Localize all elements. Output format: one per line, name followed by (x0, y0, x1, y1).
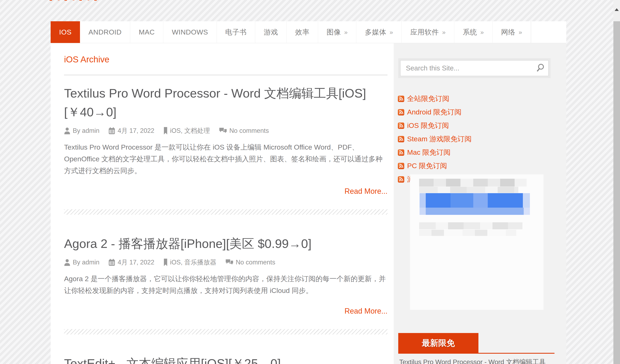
post-meta: By admin 4月 17, 2022 iOS, 音乐播放器 No comme… (64, 258, 388, 267)
rss-link-label: iOS 限免订阅 (407, 121, 449, 130)
post-categories[interactable]: iOS, 文档处理 (163, 126, 210, 135)
nav-tab-label: IOS (59, 28, 72, 36)
nav-tab-network[interactable]: 网络» (493, 21, 531, 43)
post: Textilus Pro Word Processor - Word 文档编辑工… (64, 84, 388, 215)
rss-icon (398, 176, 404, 183)
article-list: iOS Archive Textilus Pro Word Processor … (51, 43, 394, 364)
rss-link-label: Mac 限免订阅 (407, 148, 450, 157)
clipped-site-logo (50, 0, 99, 1)
nav-tab-image[interactable]: 图像» (318, 21, 356, 43)
search-icon (536, 63, 545, 73)
chevron-submenu-icon: » (442, 29, 446, 36)
post-excerpt: Agora 2 是一个播客播放器，它可以让你你轻松地管理你的内容，保持关注你订阅… (64, 273, 388, 296)
rss-link-pc[interactable]: PC 限免订阅 (398, 161, 472, 171)
rss-link-label: Steam 游戏限免订阅 (407, 134, 472, 144)
post-title-link[interactable]: Textilus Pro Word Processor - Word 文档编辑工… (64, 84, 388, 121)
ad-banner[interactable] (410, 174, 543, 310)
post-meta: By admin 4月 17, 2022 iOS, 文档处理 No commen… (64, 126, 388, 135)
post-title-link[interactable]: Agora 2 - 播客播放器[iPhone][美区 $0.99→0] (64, 234, 388, 253)
scroll-up-arrow-icon[interactable] (615, 8, 619, 11)
nav-tab-mac[interactable]: MAC (130, 21, 163, 43)
nav-tab-games[interactable]: 游戏 (255, 21, 287, 43)
nav-tab-ios[interactable]: IOS (51, 21, 80, 43)
ad-pixelated-row (419, 230, 516, 236)
post-title-link[interactable]: TextEdit+ - 文本编辑应用[iOS][￥25→0] (64, 354, 388, 364)
post: TextEdit+ - 文本编辑应用[iOS][￥25→0] (64, 354, 388, 364)
post-categories[interactable]: iOS, 音乐播放器 (163, 258, 216, 267)
comments-icon (219, 127, 227, 134)
rss-icon (398, 122, 404, 129)
read-more-link[interactable]: Read More... (64, 307, 388, 316)
chevron-submenu-icon: » (519, 29, 522, 36)
post-comments[interactable]: No comments (225, 259, 275, 266)
rss-icon (398, 109, 404, 116)
post-comments[interactable]: No comments (219, 127, 269, 135)
ad-pixelated-row (419, 179, 527, 186)
post-author[interactable]: By admin (64, 259, 99, 266)
page: { "colors": { "accent_orange": "#dd3d0a"… (0, 0, 620, 364)
ad-pixelated-row (419, 222, 523, 229)
rss-icon (398, 163, 404, 169)
post-date: 4月 17, 2022 (108, 258, 154, 267)
read-more-link[interactable]: Read More... (64, 187, 388, 196)
rss-link-steam[interactable]: Steam 游戏限免订阅 (398, 134, 472, 144)
nav-tab-label: ANDROID (89, 28, 122, 36)
user-icon (64, 259, 70, 266)
nav-tab-ebook[interactable]: 电子书 (217, 21, 255, 43)
divider (64, 74, 388, 76)
calendar-icon (108, 127, 115, 134)
nav-tab-label: 电子书 (225, 28, 247, 37)
rss-icon (398, 96, 404, 102)
nav-tab-software[interactable]: 应用软件» (402, 21, 454, 43)
search-button[interactable] (536, 63, 545, 73)
latest-header-underline (398, 353, 555, 354)
sidebar: 全站限免订阅 Android 限免订阅 iOS 限免订阅 Steam 游戏限免订… (394, 43, 566, 364)
nav-tab-label: 系统 (463, 28, 477, 37)
search-box (398, 58, 551, 78)
search-input[interactable] (400, 60, 548, 76)
scrollbar-thumb[interactable] (613, 21, 620, 364)
rss-link-ios[interactable]: iOS 限免订阅 (398, 121, 472, 130)
post-divider (64, 209, 388, 215)
ad-pixelated-row (419, 193, 530, 208)
rss-icon (398, 136, 404, 142)
bookmark-icon (163, 127, 168, 135)
chevron-submenu-icon: » (344, 29, 348, 36)
rss-link-mac[interactable]: Mac 限免订阅 (398, 148, 472, 157)
post: Agora 2 - 播客播放器[iPhone][美区 $0.99→0] By a… (64, 234, 388, 334)
chevron-submenu-icon: » (480, 29, 484, 36)
nav-tab-label: 网络 (501, 28, 515, 37)
page-title: iOS Archive (64, 55, 388, 64)
nav-tab-windows[interactable]: WINDOWS (163, 21, 217, 43)
rss-link-android[interactable]: Android 限免订阅 (398, 107, 472, 117)
ad-pixelated-row (419, 208, 530, 215)
nav-tab-multimedia[interactable]: 多媒体» (356, 21, 402, 43)
scrollbar-track[interactable] (613, 0, 620, 364)
nav-tab-label: 效率 (295, 28, 309, 37)
rss-icon (398, 149, 404, 156)
bookmark-icon (163, 259, 168, 266)
nav-tab-productivity[interactable]: 效率 (287, 21, 318, 43)
post-excerpt: Textilus Pro Word Processor 是一款可以让你在 iOS… (64, 141, 388, 177)
latest-freebies-header: 最新限免 (398, 333, 479, 353)
post-date: 4月 17, 2022 (108, 126, 154, 135)
rss-subscriptions: 全站限免订阅 Android 限免订阅 iOS 限免订阅 Steam 游戏限免订… (398, 94, 472, 184)
nav-tab-label: MAC (139, 28, 155, 36)
nav-tab-system[interactable]: 系统» (454, 21, 493, 43)
nav-tab-label: 图像 (326, 28, 341, 37)
rss-link-label: PC 限免订阅 (407, 161, 447, 171)
nav-tab-android[interactable]: ANDROID (80, 21, 130, 43)
ad-pixelated-row (419, 187, 518, 193)
nav-filler (531, 21, 566, 43)
main-nav: IOS ANDROID MAC WINDOWS 电子书 游戏 效率 图像» 多媒… (51, 21, 566, 43)
rss-link-label: 全站限免订阅 (407, 94, 449, 104)
rss-link-all[interactable]: 全站限免订阅 (398, 94, 472, 104)
nav-tab-label: WINDOWS (172, 28, 208, 36)
calendar-icon (108, 259, 115, 266)
nav-tab-label: 游戏 (264, 28, 278, 37)
post-divider (64, 329, 388, 334)
comments-icon (225, 259, 233, 266)
post-author[interactable]: By admin (64, 127, 99, 135)
latest-freebie-link[interactable]: Textilus Pro Word Processor - Word 文档编辑工… (399, 357, 556, 364)
chevron-submenu-icon: » (389, 29, 393, 36)
